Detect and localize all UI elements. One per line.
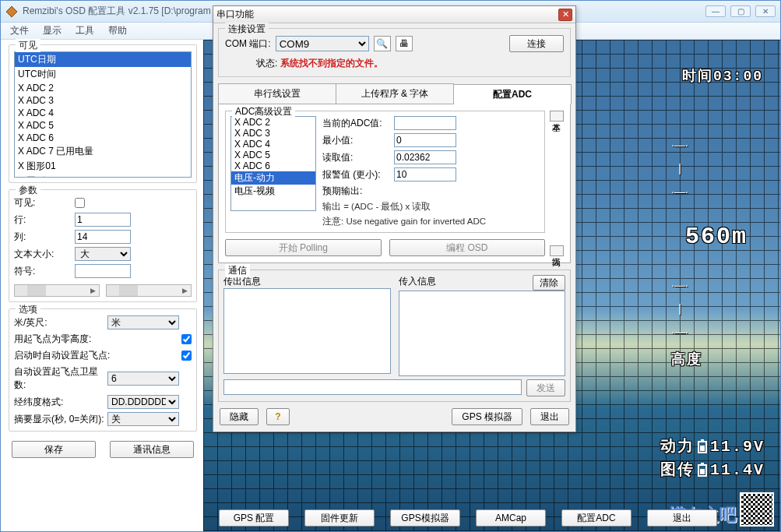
adc-min-input[interactable] — [394, 133, 456, 147]
unit-select[interactable]: 米 — [107, 315, 179, 329]
list-item[interactable]: X ADC 3 — [231, 128, 315, 139]
list-item[interactable]: X ADC 3 — [15, 94, 191, 107]
col-input[interactable] — [75, 230, 131, 244]
config-adc-button[interactable]: 配置ADC — [561, 509, 631, 527]
auto-set-label: 启动时自动设置起飞点: — [14, 349, 110, 362]
visible-listbox[interactable]: UTC日期 UTC时间 X ADC 2 X ADC 3 X ADC 4 X AD… — [14, 51, 192, 178]
program-osd-button[interactable]: 编程 OSD — [389, 239, 546, 256]
list-item[interactable]: X ADC 5 — [15, 119, 191, 132]
symbol-input[interactable] — [75, 264, 131, 278]
connection-group: 连接设置 COM 端口: COM9 🔍 🖶 连接 状态: 系统找不到指定的文件。 — [218, 28, 571, 77]
params-group: 参数 可见: 行: 列: 文本大小: 大 符号: ◀▶ ◀▶ — [9, 189, 197, 302]
list-item[interactable]: X ADC 4 — [231, 139, 315, 150]
comm-send-button[interactable]: 发送 — [526, 379, 565, 396]
comm-send-input[interactable] — [223, 379, 522, 395]
list-item[interactable]: X ADC 2 — [231, 117, 315, 128]
scroll-a[interactable]: ◀▶ — [14, 284, 100, 297]
serial-dialog: 串口功能 ✕ 连接设置 COM 端口: COM9 🔍 🖶 连接 状态: 系统找不… — [213, 5, 576, 432]
list-item[interactable]: UTC日期 — [15, 52, 191, 67]
adc-alarm-input[interactable] — [394, 167, 456, 181]
dialog-titlebar[interactable]: 串口功能 ✕ — [213, 6, 575, 23]
comm-clear-button[interactable]: 清除 — [533, 275, 565, 291]
menu-view[interactable]: 显示 — [37, 23, 68, 39]
save-button[interactable]: 保存 — [12, 441, 96, 458]
adc-formula2: 注意: Use negative gain for inverted ADC — [322, 216, 540, 227]
adc-read-input[interactable] — [394, 150, 456, 164]
left-column: 可见 UTC日期 UTC时间 X ADC 2 X ADC 3 X ADC 4 X… — [1, 40, 203, 531]
list-item[interactable]: X ADC 5 — [231, 150, 315, 160]
tab-upload[interactable]: 上传程序 & 字体 — [336, 83, 454, 104]
list-item[interactable]: 电压-视频 — [231, 185, 315, 198]
zero-alt-label: 用起飞点为零高度: — [14, 333, 91, 346]
battery-icon — [698, 441, 707, 453]
comm-group: 通信 传出信息 传入信息 清除 — [218, 270, 571, 402]
maximize-button[interactable]: ▢ — [730, 5, 751, 17]
comm-out-box[interactable] — [223, 288, 391, 374]
device-icon: 🖶 — [399, 38, 409, 49]
textsize-select[interactable]: 大 — [75, 247, 131, 261]
textsize-label: 文本大小: — [14, 248, 75, 261]
visible-label: 可见: — [14, 196, 75, 210]
menu-tools[interactable]: 工具 — [69, 23, 100, 39]
summary-select[interactable]: 关 — [107, 412, 179, 426]
gps-sim-button[interactable]: GPS模拟器 — [390, 509, 460, 527]
start-polling-button[interactable]: 开始 Polling — [225, 239, 382, 256]
tabstrip: 串行线设置 上传程序 & 字体 配置ADC — [218, 83, 571, 104]
symbol-label: 符号: — [14, 265, 75, 278]
exit-button[interactable]: 退出 — [647, 509, 717, 527]
menu-help[interactable]: 帮助 — [102, 23, 133, 39]
tab-config-adc[interactable]: 配置ADC — [453, 84, 572, 104]
list-item[interactable]: X ADC 4 — [15, 107, 191, 119]
search-port-button[interactable]: 🔍 — [374, 36, 391, 51]
osd-altitude: 560m — [685, 224, 748, 250]
lonlat-select[interactable]: DD.DDDDDD — [107, 395, 179, 409]
scroll-b[interactable]: ◀▶ — [106, 284, 192, 297]
adc-current-input[interactable] — [394, 116, 456, 130]
hide-dialog-button[interactable]: 隐藏 — [220, 408, 259, 425]
list-item[interactable]: X ADC 2 — [15, 82, 191, 94]
options-legend: 选项 — [16, 303, 40, 316]
col-label: 列: — [14, 231, 75, 244]
dialog-exit-button[interactable]: 退出 — [530, 408, 569, 425]
list-item[interactable]: X ADC 7 已用电量 — [15, 144, 191, 159]
list-item[interactable]: X 图形01 — [15, 159, 191, 174]
amcap-button[interactable]: AMCap — [476, 509, 546, 527]
firmware-update-button[interactable]: 固件更新 — [304, 509, 375, 527]
close-button[interactable]: ✕ — [755, 5, 776, 17]
dialog-close-button[interactable]: ✕ — [558, 9, 572, 21]
adc-min-label: 最小值: — [322, 134, 394, 147]
adc-legend: ADC高级设置 — [232, 105, 295, 118]
list-item[interactable]: X ADC 6 — [15, 132, 191, 144]
row-input[interactable] — [75, 213, 131, 227]
osd-time: 时间03:00 — [682, 66, 763, 85]
list-item[interactable]: 电压-动力 — [231, 171, 315, 185]
list-item[interactable]: X ADC 6 — [231, 160, 315, 171]
basic-tab-button[interactable]: 基本 — [550, 111, 564, 122]
device-icon-button[interactable]: 🖶 — [396, 36, 413, 51]
adc-listbox[interactable]: X ADC 2 X ADC 3 X ADC 4 X ADC 5 X ADC 6 … — [230, 116, 316, 211]
comm-info-button[interactable]: 通讯信息 — [110, 441, 194, 458]
visible-checkbox[interactable] — [75, 198, 85, 208]
help-button[interactable]: ? — [266, 408, 290, 425]
gps-config-button[interactable]: GPS 配置 — [219, 509, 289, 527]
com-port-select[interactable]: COM9 — [276, 36, 369, 51]
list-item[interactable]: X 图形02 — [15, 174, 191, 178]
connect-button[interactable]: 连接 — [509, 35, 564, 52]
advanced-tab-button[interactable]: 高级 — [550, 245, 564, 256]
adc-preout-label: 预期输出: — [322, 185, 394, 198]
tab-serial-settings[interactable]: 串行线设置 — [218, 83, 336, 104]
minimize-button[interactable]: — — [705, 5, 726, 17]
list-item[interactable]: UTC时间 — [15, 67, 191, 82]
auto-set-checkbox[interactable] — [181, 351, 192, 361]
com-port-label: COM 端口: — [225, 37, 271, 51]
lonlat-label: 经纬度格式: — [14, 396, 107, 409]
menu-file[interactable]: 文件 — [4, 23, 35, 39]
comm-in-box[interactable] — [399, 291, 566, 376]
visible-group: 可见 UTC日期 UTC时间 X ADC 2 X ADC 3 X ADC 4 X… — [9, 44, 197, 183]
dialog-gps-sim-button[interactable]: GPS 模拟器 — [452, 408, 522, 425]
search-icon: 🔍 — [376, 38, 388, 49]
comm-in-label: 传入信息 — [399, 275, 436, 291]
zero-alt-checkbox[interactable] — [181, 334, 192, 344]
sat-select[interactable]: 6 — [107, 372, 179, 386]
battery-icon — [698, 464, 707, 477]
